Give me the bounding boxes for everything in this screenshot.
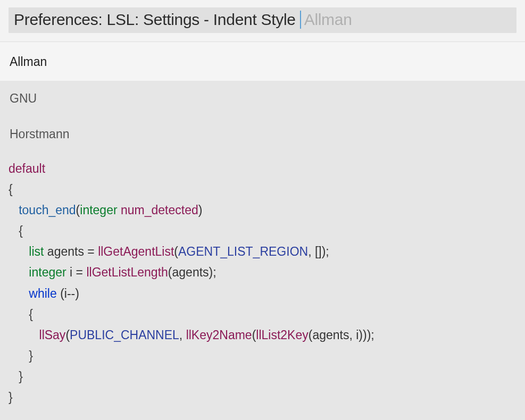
code-func: llKey2Name <box>186 328 252 342</box>
code-func: llGetAgentList <box>98 245 174 258</box>
brace-close: } <box>29 349 33 363</box>
brace-close: } <box>19 369 23 383</box>
option-gnu[interactable]: GNU <box>0 81 525 116</box>
code-type: integer <box>29 265 66 279</box>
breadcrumb-title: Preferences: LSL: Settings - Indent Styl… <box>14 11 296 29</box>
code-var: agents <box>47 245 84 258</box>
code-cond: (i--) <box>57 287 79 300</box>
brace-open: { <box>19 224 23 238</box>
code-const: AGENT_LIST_REGION <box>178 245 308 258</box>
brace-open: { <box>9 182 13 196</box>
code-param: num_detected <box>121 203 198 217</box>
code-state: default <box>9 162 45 175</box>
code-type: integer <box>80 203 117 217</box>
code-event: touch_end <box>19 203 76 217</box>
code-tail: (agents, i))); <box>309 328 374 342</box>
breadcrumb[interactable]: Preferences: LSL: Settings - Indent Styl… <box>9 7 516 33</box>
code-preview: default { touch_end(integer num_detected… <box>0 152 525 408</box>
option-horstmann[interactable]: Horstmann <box>0 116 525 152</box>
code-type: list <box>29 245 44 258</box>
brace-close: } <box>9 390 13 404</box>
code-func: llSay <box>39 328 66 342</box>
code-ctrl: while <box>29 287 56 300</box>
option-label: Horstmann <box>10 127 69 141</box>
code-tail: (agents); <box>168 265 216 279</box>
code-const: PUBLIC_CHANNEL <box>70 328 179 342</box>
options-list: Allman GNU Horstmann <box>0 42 525 152</box>
header-bar: Preferences: LSL: Settings - Indent Styl… <box>0 0 525 42</box>
breadcrumb-value: Allman <box>300 11 352 29</box>
code-func: llList2Key <box>256 328 308 342</box>
brace-open: { <box>29 307 33 321</box>
option-label: Allman <box>10 55 47 69</box>
option-allman[interactable]: Allman <box>0 42 525 81</box>
code-tail: , []); <box>308 245 329 258</box>
option-label: GNU <box>10 91 37 105</box>
code-func: llGetListLength <box>86 265 168 279</box>
